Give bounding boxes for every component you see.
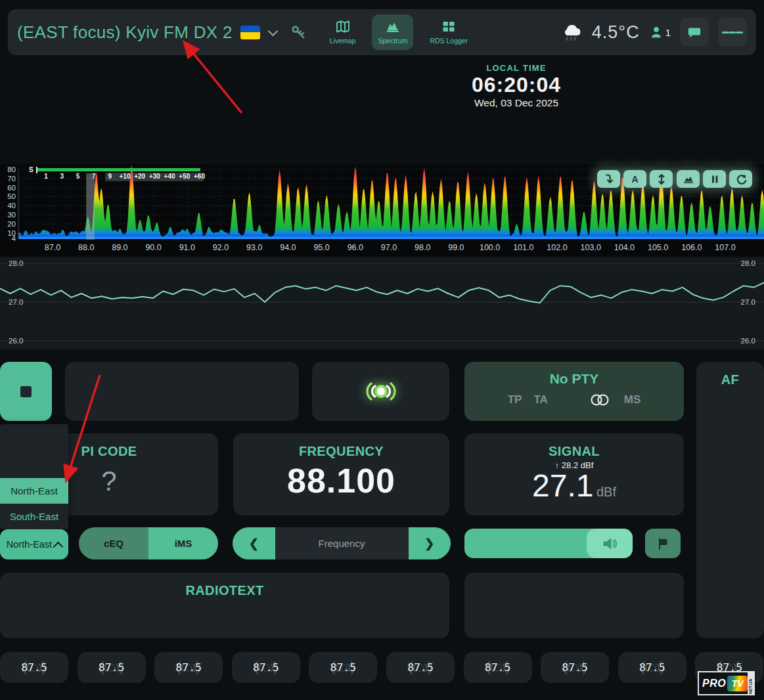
preset-button[interactable]: 87.5: [386, 652, 455, 683]
volume-slider[interactable]: [464, 529, 633, 558]
antenna-option-north-east[interactable]: North-East: [0, 478, 68, 504]
weather-rain-cloud-icon: [559, 22, 583, 43]
smeter-tick: 1: [44, 173, 48, 180]
preset-button[interactable]: 87.5: [309, 652, 377, 683]
tp-flag: TP: [508, 393, 522, 406]
signal-value-row: 27.1 dBf: [464, 468, 684, 504]
ceq-button[interactable]: cEQ: [79, 527, 148, 559]
nav-rds-logger-button[interactable]: RDS Logger: [424, 14, 474, 50]
local-date: Wed, 03 Dec 2025: [427, 97, 606, 109]
spectrum-autoscale-button[interactable]: A: [623, 170, 646, 188]
tv-icon: TV: [727, 676, 748, 691]
preset-button[interactable]: 87.5: [154, 652, 223, 683]
temperature: 4.5°C: [592, 22, 640, 43]
chat-button[interactable]: [680, 18, 709, 47]
smeter-tick: +30: [149, 173, 160, 180]
ims-button[interactable]: iMS: [148, 527, 218, 559]
smeter-tick: +40: [164, 173, 175, 180]
spectrum-refresh-button[interactable]: [729, 170, 752, 188]
station-name-panel: [65, 362, 299, 421]
svg-text:87.0: 87.0: [45, 243, 60, 252]
frequency-title: FREQUENCY: [233, 433, 449, 459]
svg-text:102.0: 102.0: [547, 243, 567, 252]
svg-text:20: 20: [7, 220, 16, 228]
svg-text:100.0: 100.0: [480, 243, 500, 252]
svg-text:50: 50: [7, 192, 16, 200]
preset-button[interactable]: 87.5: [618, 652, 686, 683]
volume-slider-thumb[interactable]: [587, 529, 633, 558]
preset-frequency: 87.5: [99, 661, 125, 674]
svg-text:27.0: 27.0: [741, 298, 755, 306]
svg-text:28.0: 28.0: [741, 259, 755, 267]
smeter-tick: 9: [108, 173, 112, 180]
stop-playback-button[interactable]: [0, 362, 52, 421]
svg-text:88.0: 88.0: [78, 243, 94, 252]
flag-icon: [656, 537, 669, 550]
smeter-tick: +50: [179, 173, 190, 180]
hamburger-menu-button[interactable]: [718, 18, 747, 47]
page-title: (EAST focus) Kyiv FM DX 2: [17, 22, 233, 43]
map-icon: [335, 20, 351, 34]
preset-button[interactable]: 87.5: [541, 652, 609, 683]
menu-icon: [722, 32, 729, 33]
svg-text:91.0: 91.0: [179, 243, 195, 252]
antenna-option-south-east[interactable]: South-East: [0, 504, 68, 529]
nav-label: Spectrum: [378, 37, 407, 45]
signal-title: SIGNAL: [464, 433, 684, 459]
svg-text:92.0: 92.0: [213, 243, 229, 252]
local-time-value: 06:20:04: [427, 73, 606, 97]
key-icon[interactable]: [290, 24, 307, 41]
nav-label: Livemap: [330, 37, 356, 45]
svg-text:28.0: 28.0: [9, 259, 23, 267]
smeter-tick: 7: [92, 173, 96, 180]
pause-icon: [708, 173, 721, 186]
frequency-up-button[interactable]: ❯: [409, 527, 451, 559]
antenna-select[interactable]: North-East: [0, 529, 68, 559]
ms-flag: MS: [624, 393, 641, 406]
spectrum-download-button[interactable]: [597, 170, 620, 188]
preset-frequency: 87.5: [639, 661, 665, 674]
spectrum-graph-mode-button[interactable]: [677, 170, 700, 188]
chevron-down-icon[interactable]: [267, 26, 278, 36]
nav-livemap-button[interactable]: Livemap: [324, 14, 362, 50]
svg-text:97.0: 97.0: [381, 243, 397, 252]
preset-button[interactable]: 87.5: [0, 652, 68, 683]
broadcast-playing-icon: [359, 376, 403, 406]
audio-status-panel[interactable]: [312, 362, 449, 421]
s-meter-bar: [37, 168, 200, 171]
stop-icon: [20, 386, 32, 397]
svg-text:90.0: 90.0: [145, 243, 161, 252]
preset-frequency: 87.5: [562, 661, 588, 674]
signal-unit: dBf: [596, 485, 616, 499]
preset-frequency: 87.5: [175, 661, 202, 674]
frequency-down-button[interactable]: ❮: [233, 527, 275, 559]
antenna-dropdown-menu: North-East South-East: [0, 424, 68, 529]
preset-button[interactable]: 87.5: [78, 652, 146, 683]
spectrum-vertical-zoom-button[interactable]: [650, 170, 673, 188]
svg-text:93.0: 93.0: [246, 243, 262, 252]
radiotext-panel: RADIOTEXT: [0, 573, 449, 638]
svg-text:94.0: 94.0: [280, 243, 296, 252]
spectrum-pause-button[interactable]: [703, 170, 726, 188]
frequency-input[interactable]: [275, 527, 409, 559]
signal-panel: SIGNAL ↑ 28.2 dBf 27.1 dBf: [464, 433, 684, 515]
svg-text:80: 80: [7, 165, 16, 173]
frequency-value: 88.100: [233, 461, 449, 500]
report-flag-button[interactable]: [645, 529, 681, 558]
preset-row: 87.587.587.587.587.587.587.587.587.587.5: [0, 652, 764, 683]
smeter-tick: +20: [134, 173, 145, 180]
smeter-tick: +60: [194, 173, 205, 180]
listener-count: 1: [649, 25, 671, 39]
header: (EAST focus) Kyiv FM DX 2 Livemap Spectr…: [8, 9, 756, 55]
listener-number: 1: [665, 27, 671, 38]
preset-frequency: 87.5: [407, 661, 434, 674]
letter-a-icon: A: [631, 174, 638, 185]
frequency-panel: FREQUENCY 88.100: [233, 433, 449, 515]
fm-dx-webserver: (EAST focus) Kyiv FM DX 2 Livemap Spectr…: [0, 0, 764, 700]
preset-button[interactable]: 87.5: [464, 652, 532, 683]
arrows-up-down-icon: [655, 173, 668, 186]
area-chart-icon: [682, 173, 695, 186]
preset-button[interactable]: 87.5: [232, 652, 300, 683]
nav-spectrum-button[interactable]: Spectrum: [372, 14, 413, 50]
smeter-tick: 5: [76, 173, 80, 180]
